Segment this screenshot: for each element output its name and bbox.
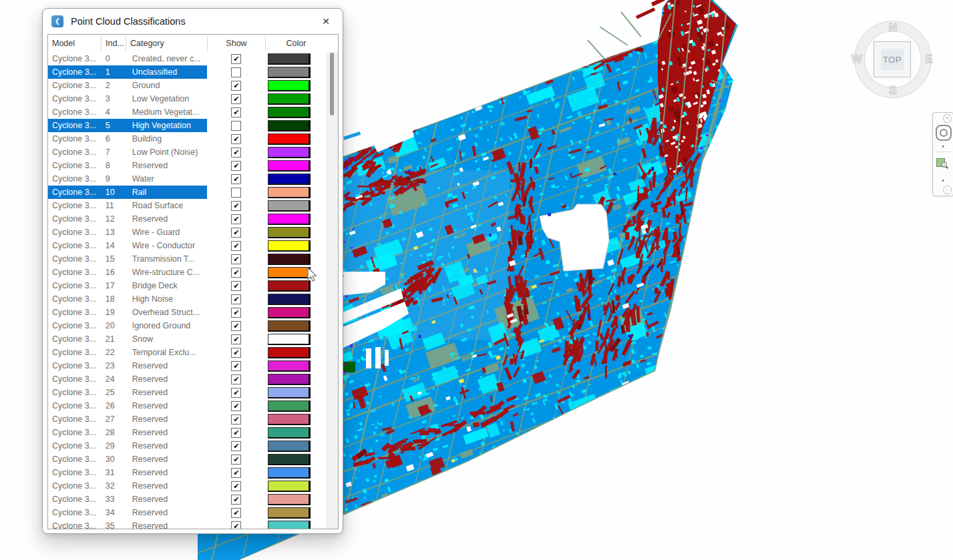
color-swatch[interactable] (268, 280, 311, 292)
show-checkbox-unchecked[interactable] (231, 67, 241, 77)
column-header-model[interactable]: Model (48, 36, 102, 51)
table-row[interactable]: Cyclone 3...8Reserved✔ (48, 159, 326, 172)
steering-wheel-button[interactable] (936, 125, 952, 141)
show-checkbox-checked[interactable]: ✔ (231, 228, 241, 238)
show-checkbox-checked[interactable]: ✔ (231, 508, 241, 518)
show-checkbox-checked[interactable]: ✔ (231, 81, 241, 91)
show-checkbox-checked[interactable]: ✔ (231, 107, 241, 117)
color-swatch[interactable] (268, 294, 311, 305)
color-swatch[interactable] (268, 387, 311, 398)
color-swatch[interactable] (268, 414, 311, 425)
color-swatch[interactable] (268, 267, 311, 278)
table-row[interactable]: Cyclone 3...22Temporal Exclu...✔ (48, 346, 326, 359)
table-row[interactable]: Cyclone 3...18High Noise✔ (48, 292, 326, 306)
show-checkbox-unchecked[interactable] (231, 121, 241, 131)
color-swatch[interactable] (268, 160, 311, 172)
table-row[interactable]: Cyclone 3...26Reserved✔ (48, 399, 326, 412)
compass-west-button[interactable]: W (850, 53, 864, 66)
color-swatch[interactable] (268, 147, 311, 158)
show-checkbox-checked[interactable]: ✔ (231, 401, 241, 411)
color-swatch[interactable] (268, 360, 311, 372)
show-checkbox-checked[interactable]: ✔ (231, 148, 241, 158)
show-checkbox-checked[interactable]: ✔ (231, 414, 241, 425)
color-swatch[interactable] (268, 214, 311, 225)
color-swatch[interactable] (268, 400, 311, 412)
table-row[interactable]: Cyclone 3...17Bridge Deck✔ (48, 279, 326, 292)
color-swatch[interactable] (268, 187, 311, 198)
table-row[interactable]: Cyclone 3...3Low Vegetation✔ (48, 92, 326, 105)
table-row[interactable]: Cyclone 3...21Snow✔ (48, 332, 326, 346)
color-swatch[interactable] (268, 467, 311, 479)
color-swatch[interactable] (268, 320, 311, 332)
table-row[interactable]: Cyclone 3...23Reserved✔ (48, 359, 326, 372)
table-scrollbar[interactable] (326, 52, 338, 529)
color-swatch[interactable] (268, 133, 311, 145)
compass-south-button[interactable]: S (886, 84, 900, 97)
table-row[interactable]: Cyclone 3...34Reserved✔ (48, 506, 326, 519)
table-row[interactable]: Cyclone 3...5High Vegetation (48, 119, 326, 132)
color-swatch[interactable] (268, 441, 311, 452)
navbar-collapse-icon[interactable]: – (943, 186, 952, 194)
table-row[interactable]: Cyclone 3...24Reserved✔ (48, 372, 326, 386)
table-row[interactable]: Cyclone 3...11Road Surface✔ (48, 199, 326, 212)
show-checkbox-checked[interactable]: ✔ (231, 214, 241, 224)
table-row[interactable]: Cyclone 3...12Reserved✔ (48, 212, 326, 226)
color-swatch[interactable] (268, 507, 311, 519)
table-row[interactable]: Cyclone 3...6Building✔ (48, 132, 326, 146)
show-checkbox-checked[interactable]: ✔ (231, 441, 241, 451)
show-checkbox-checked[interactable]: ✔ (231, 521, 241, 529)
table-row[interactable]: Cyclone 3...13Wire - Guard✔ (48, 226, 326, 239)
color-swatch[interactable] (268, 334, 311, 345)
column-header-category[interactable]: Category (126, 36, 208, 51)
table-row[interactable]: Cyclone 3...19Overhead Struct...✔ (48, 306, 326, 319)
color-swatch[interactable] (268, 240, 311, 252)
table-row[interactable]: Cyclone 3...25Reserved✔ (48, 386, 326, 399)
table-row[interactable]: Cyclone 3...32Reserved✔ (48, 479, 326, 493)
column-header-color[interactable]: Color (266, 36, 327, 51)
dialog-titlebar[interactable]: ❮ Point Cloud Classifications ✕ (43, 9, 343, 34)
color-swatch[interactable] (268, 174, 311, 185)
color-swatch[interactable] (268, 120, 311, 131)
show-checkbox-checked[interactable]: ✔ (231, 294, 241, 304)
show-checkbox-checked[interactable]: ✔ (231, 428, 241, 438)
color-swatch[interactable] (268, 80, 311, 91)
color-swatch[interactable] (268, 347, 311, 358)
table-row[interactable]: Cyclone 3...31Reserved✔ (48, 466, 326, 479)
color-swatch[interactable] (268, 374, 311, 385)
show-checkbox-checked[interactable]: ✔ (231, 495, 241, 505)
table-row[interactable]: Cyclone 3...1Unclassified (48, 65, 326, 79)
table-row[interactable]: Cyclone 3...20Ignored Ground✔ (48, 319, 326, 332)
color-swatch[interactable] (268, 53, 311, 65)
show-checkbox-checked[interactable]: ✔ (231, 161, 241, 171)
scrollbar-thumb[interactable] (330, 53, 334, 115)
color-swatch[interactable] (268, 307, 311, 318)
show-checkbox-checked[interactable]: ✔ (231, 201, 241, 211)
compass-east-button[interactable]: E (922, 53, 936, 66)
color-swatch[interactable] (268, 481, 311, 492)
compass-north-button[interactable]: N (886, 21, 900, 35)
table-row[interactable]: Cyclone 3...16Wire-structure C...✔ (48, 266, 326, 279)
show-checkbox-checked[interactable]: ✔ (231, 348, 241, 358)
show-checkbox-checked[interactable]: ✔ (231, 241, 241, 251)
color-swatch[interactable] (268, 494, 311, 505)
color-swatch[interactable] (268, 93, 311, 105)
steering-wheel-dropdown-icon[interactable]: ▾ (933, 144, 953, 150)
table-row[interactable]: Cyclone 3...14Wire - Conductor✔ (48, 239, 326, 252)
show-checkbox-checked[interactable]: ✔ (231, 468, 241, 478)
show-checkbox-checked[interactable]: ✔ (231, 54, 241, 64)
table-row[interactable]: Cyclone 3...4Medium Vegetat...✔ (48, 105, 326, 119)
show-checkbox-checked[interactable]: ✔ (231, 94, 241, 104)
table-row[interactable]: Cyclone 3...2Ground✔ (48, 79, 326, 92)
table-row[interactable]: Cyclone 3...27Reserved✔ (48, 412, 326, 426)
table-row[interactable]: Cyclone 3...29Reserved✔ (48, 439, 326, 453)
show-checkbox-checked[interactable]: ✔ (231, 268, 241, 278)
table-row[interactable]: Cyclone 3...28Reserved✔ (48, 426, 326, 439)
navbar-close-icon[interactable]: ✕ (943, 114, 952, 123)
show-checkbox-unchecked[interactable] (231, 188, 241, 198)
zoom-dropdown-icon[interactable]: ▾ (933, 178, 953, 184)
table-row[interactable]: Cyclone 3...30Reserved✔ (48, 453, 326, 466)
view-cube-top-button[interactable]: TOP (874, 41, 911, 77)
show-checkbox-checked[interactable]: ✔ (231, 361, 241, 371)
show-checkbox-checked[interactable]: ✔ (231, 254, 241, 264)
table-row[interactable]: Cyclone 3...0Created, never c...✔ (48, 52, 326, 65)
